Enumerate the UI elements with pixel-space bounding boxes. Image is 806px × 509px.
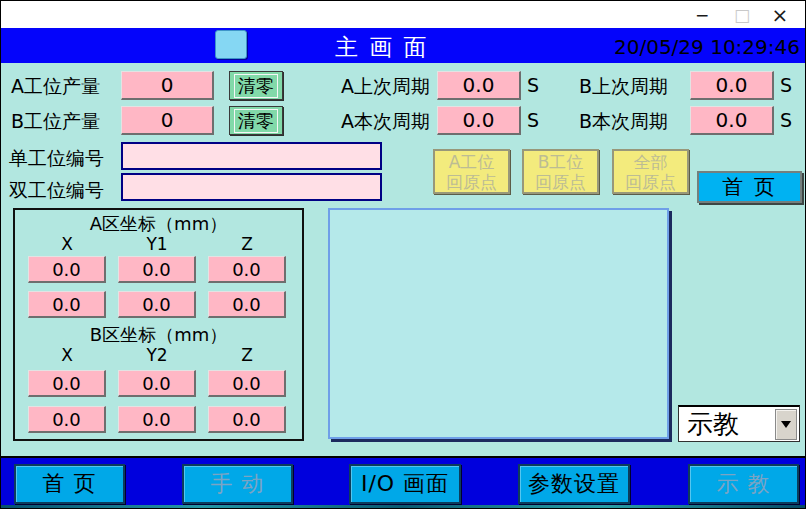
coords-b-col-y2: Y2 <box>118 345 196 365</box>
production-b-value: 0 <box>121 106 214 135</box>
origin-a-button[interactable]: A工位 回原点 <box>433 149 510 194</box>
single-station-id-label: 单工位编号 <box>9 146 104 172</box>
coord-a-r2-x: 0.0 <box>28 291 106 318</box>
nav-teach-button[interactable]: 示 教 <box>688 464 799 504</box>
coords-b-title: B区坐标（mm） <box>15 323 302 347</box>
coord-b-r1-x: 0.0 <box>28 370 106 397</box>
clear-a-button-label: 清零 <box>234 74 278 98</box>
nav-home-button[interactable]: 首 页 <box>14 464 125 504</box>
origin-all-line2: 回原点 <box>625 172 676 192</box>
coord-a-r1-z: 0.0 <box>208 256 286 283</box>
maximize-icon: □ <box>727 3 757 26</box>
coord-b-r2-x: 0.0 <box>28 406 106 433</box>
chevron-down-icon[interactable] <box>775 409 797 440</box>
cycle-b-last-label: B上次周期 <box>579 74 668 100</box>
cycle-a-current-unit: S <box>527 109 539 131</box>
cycle-a-last-value: 0.0 <box>437 71 521 100</box>
nav-manual-button[interactable]: 手 动 <box>182 464 293 504</box>
nav-parameter-settings-button[interactable]: 参数设置 <box>518 464 630 504</box>
cycle-b-current-unit: S <box>780 109 792 131</box>
navbar-bottom-strip <box>1 505 805 509</box>
production-b-label: B工位产量 <box>11 109 100 135</box>
cycle-b-current-value: 0.0 <box>690 106 774 135</box>
coord-a-r1-y1: 0.0 <box>118 256 196 283</box>
coord-b-r1-y2: 0.0 <box>118 370 196 397</box>
origin-all-button[interactable]: 全部 回原点 <box>612 149 689 194</box>
double-station-id-label: 双工位编号 <box>9 178 104 204</box>
origin-a-line2: 回原点 <box>446 172 497 192</box>
origin-b-line2: 回原点 <box>535 172 586 192</box>
coord-a-r1-x: 0.0 <box>28 256 106 283</box>
coords-a-title: A区坐标（mm） <box>15 212 302 236</box>
mode-dropdown[interactable]: 示教 <box>678 405 800 442</box>
coords-a-col-x: X <box>28 234 106 254</box>
message-panel <box>328 208 669 439</box>
clear-b-button-label: 清零 <box>234 109 278 133</box>
cycle-a-current-label: A本次周期 <box>341 109 430 135</box>
cycle-b-current-label: B本次周期 <box>579 109 668 135</box>
double-station-id-input[interactable] <box>121 173 382 201</box>
cycle-a-last-label: A上次周期 <box>341 74 430 100</box>
clear-a-button[interactable]: 清零 <box>229 71 283 100</box>
production-a-value: 0 <box>121 71 214 100</box>
origin-b-line1: B工位 <box>538 152 584 172</box>
coord-a-r2-z: 0.0 <box>208 291 286 318</box>
bottom-navbar: 首 页 手 动 I/O 画面 参数设置 示 教 <box>1 456 805 509</box>
coord-b-r2-y2: 0.0 <box>118 406 196 433</box>
status-indicator <box>215 30 247 59</box>
clear-b-button[interactable]: 清零 <box>229 106 283 135</box>
cycle-b-last-unit: S <box>780 74 792 96</box>
page-title: 主 画 面 <box>335 32 429 63</box>
origin-b-button[interactable]: B工位 回原点 <box>522 149 599 194</box>
production-a-label: A工位产量 <box>11 74 100 100</box>
close-icon[interactable]: × <box>765 3 795 26</box>
window-titlebar: − □ × <box>1 1 805 28</box>
single-station-id-input[interactable] <box>121 142 382 170</box>
coords-b-col-x: X <box>28 345 106 365</box>
coords-a-col-y1: Y1 <box>118 234 196 254</box>
nav-io-screen-button[interactable]: I/O 画面 <box>349 464 461 504</box>
cycle-a-current-value: 0.0 <box>437 106 521 135</box>
coords-b-col-z: Z <box>208 345 286 365</box>
cycle-b-last-value: 0.0 <box>690 71 774 100</box>
coord-a-r2-y1: 0.0 <box>118 291 196 318</box>
hmi-main-screen: − □ × 主 画 面 20/05/29 10:29:46 A工位产量 0 清零… <box>0 0 806 509</box>
cycle-a-last-unit: S <box>527 74 539 96</box>
coords-a-col-z: Z <box>208 234 286 254</box>
header-bar: 主 画 面 20/05/29 10:29:46 <box>1 28 805 63</box>
home-page-button[interactable]: 首 页 <box>697 171 802 203</box>
origin-all-line1: 全部 <box>634 152 668 172</box>
mode-dropdown-value: 示教 <box>679 407 775 442</box>
coord-b-r1-z: 0.0 <box>208 370 286 397</box>
origin-a-line1: A工位 <box>449 152 495 172</box>
minimize-icon[interactable]: − <box>687 3 717 26</box>
datetime-display: 20/05/29 10:29:46 <box>614 35 800 59</box>
coord-b-r2-z: 0.0 <box>208 406 286 433</box>
coordinates-panel: A区坐标（mm） X Y1 Z 0.0 0.0 0.0 0.0 0.0 0.0 … <box>13 208 304 441</box>
